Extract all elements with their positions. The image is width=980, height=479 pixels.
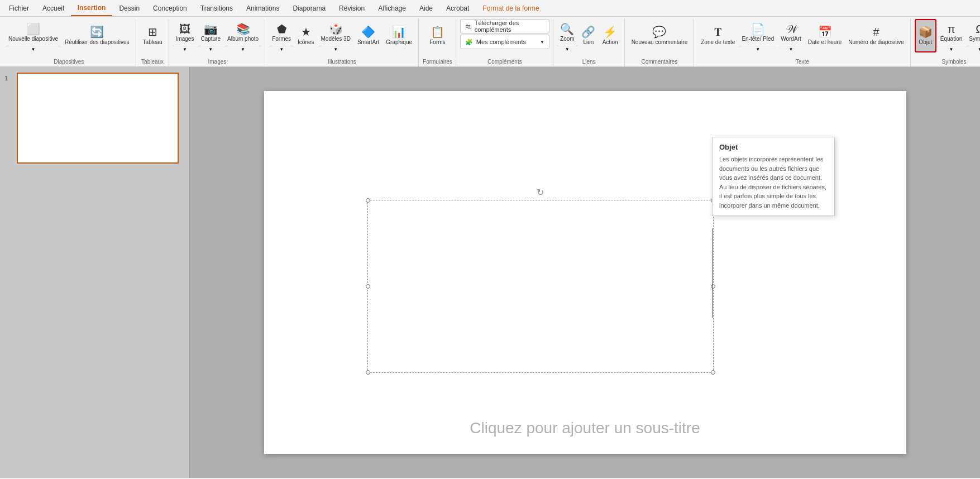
tab-dessin[interactable]: Dessin (112, 1, 146, 16)
wordart-button[interactable]: 𝒲 WordArt ▼ (778, 19, 804, 52)
group-tableaux-label: Tableaux (141, 59, 164, 66)
formes-button[interactable]: ⬟ Formes ▼ (269, 19, 294, 52)
group-texte: 𝐓 Zone de texte 📄 En-tête/ Pied ▼ 𝒲 Word… (695, 19, 911, 66)
objet-tooltip: Objet Les objets incorporés représentent… (712, 137, 835, 216)
tab-revision[interactable]: Révision (332, 1, 371, 16)
group-images: 🖼 Images ▼ 📷 Capture ▼ 📚 Album photo ▼ (170, 19, 266, 66)
group-liens: 🔍 Zoom ▼ 🔗 Lien ⚡ Action Liens (554, 19, 625, 66)
wordart-arrow[interactable]: ▼ (778, 46, 804, 52)
nouveau-commentaire-button[interactable]: 💬 Nouveau commentaire (629, 19, 691, 52)
tooltip-body: Les objets incorporés représentent les d… (719, 155, 828, 210)
tab-insertion[interactable]: Insertion (71, 1, 113, 16)
images-arrow[interactable]: ▼ (173, 46, 197, 52)
nouvelle-diapositive-arrow[interactable]: ▼ (6, 46, 61, 52)
wordart-icon: 𝒲 (786, 23, 796, 35)
tab-fichier[interactable]: Fichier (2, 1, 36, 16)
group-complements: 🛍 Télécharger des compléments 🧩 Mes comp… (457, 19, 553, 66)
telecharger-icon: 🛍 (465, 23, 471, 30)
cursor-line (713, 228, 713, 318)
album-button[interactable]: 📚 Album photo ▼ (224, 19, 261, 52)
lien-button[interactable]: 🔗 Lien (579, 19, 599, 52)
mes-complements-arrow: ▼ (540, 40, 544, 45)
handle-top-left[interactable] (366, 198, 370, 203)
slide-1-thumb[interactable]: 1 (3, 71, 186, 165)
formes-arrow[interactable]: ▼ (269, 46, 294, 52)
graphique-button[interactable]: 📊 Graphique (383, 19, 415, 52)
group-symboles-label: Symboles (942, 59, 967, 66)
slide-panel: 1 (0, 67, 190, 478)
formes-icon: ⬟ (277, 23, 286, 35)
tab-transitions[interactable]: Transitions (194, 1, 240, 16)
zoom-arrow[interactable]: ▼ (557, 46, 577, 52)
slide-thumbnail (17, 73, 179, 164)
tab-acrobat[interactable]: Acrobat (439, 1, 476, 16)
group-commentaires: 💬 Nouveau commentaire Commentaires (625, 19, 695, 66)
mes-complements-icon: 🧩 (465, 39, 473, 46)
zoom-button[interactable]: 🔍 Zoom ▼ (557, 19, 577, 52)
tab-animations[interactable]: Animations (240, 1, 286, 16)
entete-button[interactable]: 📄 En-tête/ Pied ▼ (739, 19, 777, 52)
subtitle-placeholder[interactable]: Cliquez pour ajouter un sous-titre (264, 419, 906, 437)
commentaire-icon: 💬 (652, 26, 666, 37)
nouvelle-diapositive-icon: ⬜ (26, 23, 40, 35)
tab-aide[interactable]: Aide (413, 1, 439, 16)
capture-button[interactable]: 📷 Capture ▼ (198, 19, 223, 52)
capture-arrow[interactable]: ▼ (198, 46, 223, 52)
equation-button[interactable]: π Équation ▼ (938, 19, 965, 52)
zone-texte-icon: 𝐓 (714, 26, 721, 37)
images-icon: 🖼 (179, 23, 190, 35)
group-tableaux: ⊞ Tableau Tableaux (137, 19, 169, 66)
numero-icon: # (873, 26, 879, 37)
equation-icon: π (948, 23, 955, 35)
handle-bot-left[interactable] (366, 370, 370, 375)
reutiliser-icon: 🔄 (90, 26, 104, 37)
symbole-button[interactable]: Ω Symbole ▼ (966, 19, 980, 52)
group-complements-label: Compléments (487, 59, 522, 66)
date-icon: 📅 (818, 26, 832, 37)
zoom-icon: 🔍 (560, 23, 574, 35)
reutiliser-button[interactable]: 🔄 Réutiliser des diapositives (62, 19, 132, 52)
tab-conception[interactable]: Conception (146, 1, 194, 16)
group-formulaires-label: Formulaires (423, 59, 452, 66)
telecharger-complements-button[interactable]: 🛍 Télécharger des compléments (460, 19, 549, 33)
symbole-icon: Ω (976, 23, 980, 35)
forms-button[interactable]: 📋 Forms (427, 19, 448, 52)
modeles3d-button[interactable]: 🎲 Modèles 3D ▼ (318, 19, 353, 52)
nouvelle-diapositive-button[interactable]: ⬜ Nouvelle diapositive ▼ (6, 19, 61, 52)
entete-arrow[interactable]: ▼ (739, 46, 777, 52)
capture-icon: 📷 (204, 23, 218, 35)
equation-arrow[interactable]: ▼ (938, 46, 965, 52)
tab-format-forme[interactable]: Format de la forme (476, 1, 546, 16)
icones-button[interactable]: ★ Icônes (295, 19, 317, 52)
album-arrow[interactable]: ▼ (224, 46, 261, 52)
graphique-icon: 📊 (392, 26, 406, 37)
tooltip-title: Objet (719, 143, 828, 151)
entete-icon: 📄 (751, 23, 765, 35)
handle-mid-right[interactable] (711, 284, 715, 289)
group-formulaires: 📋 Forms Formulaires (419, 19, 456, 66)
date-button[interactable]: 📅 Date et heure (805, 19, 845, 52)
action-button[interactable]: ⚡ Action (600, 19, 621, 52)
tableau-button[interactable]: ⊞ Tableau (140, 19, 165, 52)
group-commentaires-label: Commentaires (641, 59, 677, 66)
images-button[interactable]: 🖼 Images ▼ (173, 19, 197, 52)
numero-button[interactable]: # Numéro de diapositive (845, 19, 907, 52)
objet-button[interactable]: 📦 Objet (915, 19, 936, 52)
lien-icon: 🔗 (581, 26, 595, 37)
handle-mid-left[interactable] (366, 284, 370, 289)
group-diapositives: ⬜ Nouvelle diapositive ▼ 🔄 Réutiliser de… (2, 19, 136, 66)
title-textbox[interactable]: ↻ (367, 200, 714, 373)
zone-texte-button[interactable]: 𝐓 Zone de texte (698, 19, 738, 52)
tab-accueil[interactable]: Accueil (36, 1, 71, 16)
canvas-area: ↻ Cliquez pour ajouter un sous-titre Obj… (190, 67, 980, 478)
rotate-handle[interactable]: ↻ (537, 187, 544, 198)
group-symboles: 📦 Objet π Équation ▼ Ω Symbole ▼ Symbole… (911, 19, 980, 66)
action-icon: ⚡ (603, 26, 617, 37)
smartart-button[interactable]: 🔷 SmartArt (355, 19, 382, 52)
symbole-arrow[interactable]: ▼ (966, 46, 980, 52)
tab-affichage[interactable]: Affichage (371, 1, 413, 16)
tab-diaporama[interactable]: Diaporama (286, 1, 332, 16)
mes-complements-button[interactable]: 🧩 Mes compléments ▼ (460, 35, 549, 49)
modeles3d-arrow[interactable]: ▼ (318, 46, 353, 52)
handle-bot-right[interactable] (711, 370, 715, 375)
